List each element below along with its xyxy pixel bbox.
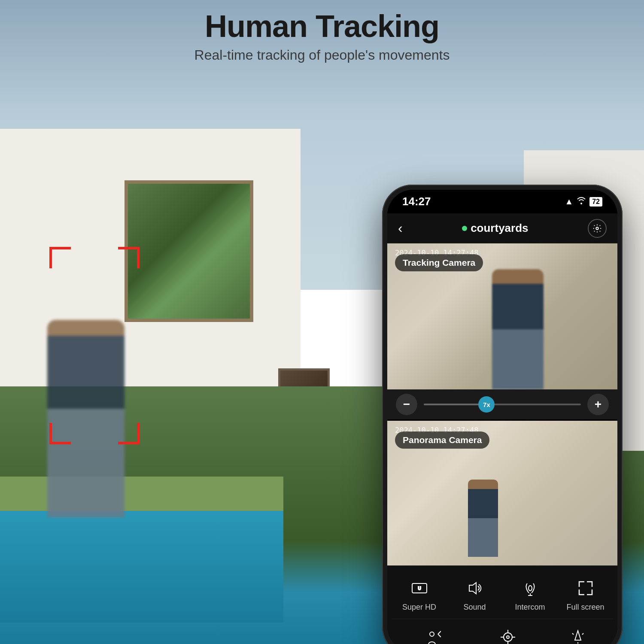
settings-button[interactable] xyxy=(588,219,607,238)
ptz-button[interactable]: PTZ xyxy=(484,626,532,644)
fullscreen-icon xyxy=(574,577,597,599)
tracked-person-figure xyxy=(492,269,544,389)
nav-title-area: courtyards xyxy=(409,222,581,235)
tracked-person-body xyxy=(492,269,544,389)
grass-strip xyxy=(0,477,283,511)
panorama-person-figure xyxy=(468,480,498,557)
fullscreen-label: Full screen xyxy=(566,603,604,612)
svg-line-9 xyxy=(438,634,441,637)
page-subtitle: Real-time tracking of people's movements xyxy=(0,47,644,63)
svg-point-0 xyxy=(596,227,598,230)
zoom-out-button[interactable]: − xyxy=(396,394,417,415)
window-frame xyxy=(125,180,253,322)
phone-outer-shell: 14:27 ▲ 72 ‹ xyxy=(382,185,623,644)
back-button[interactable]: ‹ xyxy=(398,220,403,236)
zoom-slider-fill xyxy=(424,404,486,405)
toolbar-row-2: Motion Detection xyxy=(392,619,613,644)
panorama-camera-view: 2024-10-10 14:27:48 Panorama Camera xyxy=(387,419,617,565)
motion-detection-icon xyxy=(421,626,443,644)
person-body xyxy=(47,320,125,517)
wifi-icon xyxy=(577,197,586,207)
intercom-icon xyxy=(519,577,541,599)
walking-person xyxy=(47,320,125,517)
siren-icon xyxy=(567,626,589,644)
tracking-corner-top-right xyxy=(118,247,140,268)
bottom-toolbar: U Super HD Sound xyxy=(387,565,617,644)
zoom-value: 7x xyxy=(478,396,495,413)
siren-button[interactable]: Siren xyxy=(554,626,601,644)
status-icons: ▲ 72 xyxy=(565,197,602,207)
intercom-label: Intercom xyxy=(515,603,545,612)
intercom-button[interactable]: Intercom xyxy=(507,577,554,612)
svg-text:U: U xyxy=(418,586,421,591)
title-area: Human Tracking Real-time tracking of peo… xyxy=(0,9,644,63)
phone-screen: 14:27 ▲ 72 ‹ xyxy=(387,190,617,644)
sound-label: Sound xyxy=(463,603,486,612)
battery-icon: 72 xyxy=(589,197,602,207)
super-hd-button[interactable]: U Super HD xyxy=(396,577,443,612)
page-title: Human Tracking xyxy=(0,9,644,44)
panorama-person-body xyxy=(468,480,498,557)
zoom-slider[interactable]: 7x xyxy=(424,404,581,405)
super-hd-label: Super HD xyxy=(402,603,436,612)
svg-point-4 xyxy=(529,586,532,591)
pool xyxy=(0,502,283,623)
online-status-dot xyxy=(462,226,467,231)
phone-notch xyxy=(468,190,537,206)
svg-marker-3 xyxy=(469,583,476,594)
fullscreen-button[interactable]: Full screen xyxy=(562,577,609,612)
nav-title: courtyards xyxy=(471,222,528,235)
nav-bar: ‹ courtyards xyxy=(387,213,617,243)
tracking-corner-top-left xyxy=(49,247,71,268)
zoom-control: − 7x + xyxy=(387,389,617,419)
phone-mockup: 14:27 ▲ 72 ‹ xyxy=(382,185,623,644)
svg-point-10 xyxy=(504,633,512,641)
tracking-camera-view: 2024-10-10 14:27:48 Tracking Camera xyxy=(387,243,617,389)
sound-icon xyxy=(464,577,486,599)
tracking-corner-bottom-right xyxy=(118,423,140,444)
tracking-corner-bottom-left xyxy=(49,423,71,444)
motion-detection-button[interactable]: Motion Detection xyxy=(403,626,461,644)
super-hd-icon: U xyxy=(408,577,431,599)
panorama-camera-label: Panorama Camera xyxy=(395,431,489,449)
ptz-icon xyxy=(497,626,519,644)
svg-point-7 xyxy=(430,632,434,636)
svg-point-11 xyxy=(507,636,509,638)
tracking-camera-label: Tracking Camera xyxy=(395,254,483,271)
svg-line-8 xyxy=(438,631,441,634)
svg-line-18 xyxy=(582,633,583,635)
svg-line-17 xyxy=(572,633,574,635)
toolbar-row-1: U Super HD Sound xyxy=(392,574,613,615)
sound-button[interactable]: Sound xyxy=(451,577,498,612)
zoom-in-button[interactable]: + xyxy=(587,394,609,415)
signal-icon: ▲ xyxy=(565,197,573,207)
status-time: 14:27 xyxy=(402,195,431,208)
